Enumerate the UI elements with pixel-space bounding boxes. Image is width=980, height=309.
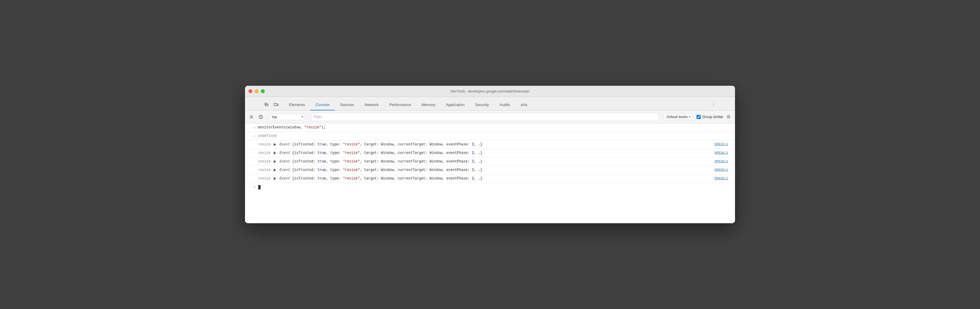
svg-rect-2 <box>277 104 278 106</box>
console-content: › monitorEvents(window, "resize"); ‹ und… <box>245 123 735 223</box>
context-arrow-icon: ▾ <box>302 115 303 118</box>
toolbar-divider-3 <box>662 114 662 120</box>
minimize-button[interactable] <box>255 89 258 93</box>
resize-event-row-2: resize Event {isTrusted: true, type: "re… <box>245 149 735 157</box>
row2-source[interactable]: VM310:1 <box>714 150 733 155</box>
default-levels-selector[interactable]: Default levels ▾ <box>664 114 693 120</box>
filter-input[interactable] <box>311 113 659 121</box>
row3-gutter <box>245 159 258 159</box>
traffic-lights <box>248 89 265 93</box>
undefined-response-row: ‹ undefined <box>245 132 735 140</box>
group-similar-label: Group similar <box>702 115 723 119</box>
row1-gutter <box>245 141 258 142</box>
tab-network[interactable]: Network <box>360 99 384 110</box>
console-toolbar: top ▾ Default levels ▾ Group similar ⚙ <box>245 110 735 123</box>
svg-rect-1 <box>274 103 277 106</box>
console-input-row: › <box>245 183 735 191</box>
row4-source[interactable]: VM310:1 <box>714 167 733 173</box>
command-gutter: › <box>245 124 258 131</box>
cursor <box>258 185 261 189</box>
window-title: DevTools - developers.google.com/web/sho… <box>450 89 529 93</box>
tab-security[interactable]: Security <box>470 99 494 110</box>
row3-text: resize Event {isTrusted: true, type: "re… <box>258 159 714 165</box>
row1-source[interactable]: VM310:1 <box>714 141 733 147</box>
expand-icon-4[interactable] <box>274 169 276 171</box>
expand-icon-2[interactable] <box>274 152 276 155</box>
row2-gutter <box>245 150 258 150</box>
tabs-bar: Elements Console Sources Network Perform… <box>245 97 735 110</box>
console-input-area[interactable] <box>258 185 733 189</box>
clear-console-button[interactable] <box>247 113 256 121</box>
row5-text: resize Event {isTrusted: true, type: "re… <box>258 175 714 182</box>
console-settings-button[interactable]: ⚙ <box>724 113 733 121</box>
group-similar-checkbox[interactable] <box>697 115 701 119</box>
block-icon <box>258 115 263 119</box>
console-command-row: › monitorEvents(window, "resize"); <box>245 123 735 132</box>
resize-event-row-1: resize Event {isTrusted: true, type: "re… <box>245 140 735 149</box>
settings-icon: ⚙ <box>727 114 730 120</box>
undefined-text: undefined <box>258 133 733 139</box>
tabs-right: ⋮ <box>709 99 718 110</box>
group-similar-control: Group similar <box>697 115 723 119</box>
expand-icon-1[interactable] <box>274 143 276 146</box>
response-gutter: ‹ <box>245 133 258 139</box>
close-button[interactable] <box>248 89 252 93</box>
row4-text: resize Event {isTrusted: true, type: "re… <box>258 167 714 173</box>
tab-elements[interactable]: Elements <box>284 99 310 110</box>
tab-application[interactable]: Application <box>441 99 470 110</box>
maximize-button[interactable] <box>261 89 265 93</box>
expand-icon-3[interactable] <box>274 160 276 163</box>
row1-text: resize Event {isTrusted: true, type: "re… <box>258 141 714 148</box>
clear-icon <box>249 115 254 119</box>
inspect-element-button[interactable] <box>262 101 271 109</box>
device-toggle-button[interactable] <box>272 101 280 109</box>
row4-gutter <box>245 167 258 167</box>
svg-line-4 <box>260 115 262 118</box>
tab-axe[interactable]: aXe <box>515 99 533 110</box>
resize-event-row-4: resize Event {isTrusted: true, type: "re… <box>245 166 735 175</box>
row2-text: resize Event {isTrusted: true, type: "re… <box>258 150 714 156</box>
levels-arrow-icon: ▾ <box>689 115 690 118</box>
tab-console[interactable]: Console <box>310 99 335 110</box>
tab-performance[interactable]: Performance <box>384 99 416 110</box>
block-button[interactable] <box>257 113 265 121</box>
command-text: monitorEvents(window, "resize"); <box>258 124 733 131</box>
row5-gutter <box>245 175 258 176</box>
response-prompt-icon: ‹ <box>253 133 256 139</box>
svg-rect-0 <box>265 103 266 104</box>
tab-sources[interactable]: Sources <box>335 99 360 110</box>
more-tabs-icon: ⋮ <box>711 101 716 107</box>
context-selector[interactable]: top ▾ <box>270 114 305 120</box>
devtools-window: DevTools - developers.google.com/web/sho… <box>245 86 735 223</box>
command-prompt-icon: › <box>253 125 256 131</box>
toolbar-divider-1 <box>267 114 267 120</box>
tab-memory[interactable]: Memory <box>416 99 441 110</box>
resize-event-row-3: resize Event {isTrusted: true, type: "re… <box>245 157 735 166</box>
tab-audits[interactable]: Audits <box>494 99 515 110</box>
expand-icon-5[interactable] <box>274 177 276 180</box>
resize-event-row-5: resize Event {isTrusted: true, type: "re… <box>245 175 735 183</box>
titlebar: DevTools - developers.google.com/web/sho… <box>245 86 735 97</box>
more-tabs-button[interactable]: ⋮ <box>709 99 718 108</box>
row5-source[interactable]: VM310:1 <box>714 175 733 181</box>
toolbar-divider-2 <box>308 114 309 120</box>
row3-source[interactable]: VM310:1 <box>714 159 733 164</box>
input-prompt: › <box>245 184 258 190</box>
